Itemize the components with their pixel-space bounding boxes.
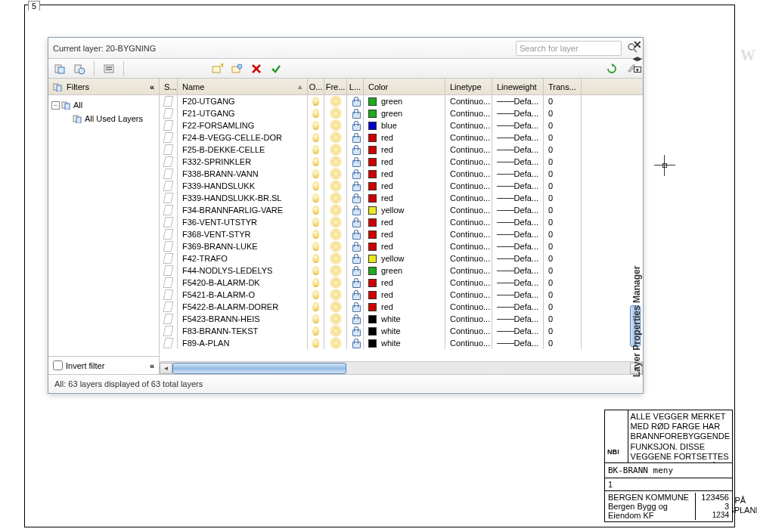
transparency-value[interactable]: 0 bbox=[544, 180, 582, 192]
linetype-value[interactable]: Continuo... bbox=[445, 168, 492, 180]
layer-lock-icon[interactable] bbox=[352, 290, 358, 299]
layer-lock-icon[interactable] bbox=[352, 206, 358, 215]
transparency-value[interactable]: 0 bbox=[544, 325, 582, 337]
layer-on-icon[interactable] bbox=[312, 181, 319, 190]
linetype-value[interactable]: Continuo... bbox=[445, 144, 492, 156]
palette-menu-icon[interactable]: ▾ bbox=[634, 66, 641, 73]
layer-row[interactable]: F332-SPRINKLERredContinuo... Defa...0 bbox=[160, 156, 643, 168]
layer-on-icon[interactable] bbox=[312, 254, 319, 263]
linetype-value[interactable]: Continuo... bbox=[445, 204, 492, 216]
collapse-chevron-icon[interactable]: « bbox=[150, 82, 154, 91]
new-group-filter-button[interactable] bbox=[71, 60, 88, 77]
layer-row[interactable]: F36-VENT-UTSTYRredContinuo... Defa...0 bbox=[160, 216, 643, 228]
new-layer-freeze-button[interactable] bbox=[228, 60, 245, 77]
col-lineweight[interactable]: Lineweight bbox=[492, 79, 544, 94]
layer-lock-icon[interactable] bbox=[352, 193, 358, 203]
lineweight-value[interactable]: Defa... bbox=[492, 131, 544, 144]
layer-on-icon[interactable] bbox=[312, 266, 319, 275]
layer-on-icon[interactable] bbox=[312, 121, 319, 130]
layer-on-icon[interactable] bbox=[312, 97, 319, 106]
linetype-value[interactable]: Continuo... bbox=[445, 264, 492, 277]
layer-row[interactable]: F22-FORSAMLINGblueContinuo... Defa...0 bbox=[160, 119, 643, 131]
color-swatch[interactable] bbox=[368, 255, 377, 263]
transparency-value[interactable]: 0 bbox=[544, 313, 582, 325]
layer-row[interactable]: F5422-B-ALARM-DORERredContinuo... Defa..… bbox=[160, 301, 643, 313]
transparency-value[interactable]: 0 bbox=[544, 216, 582, 228]
color-swatch[interactable] bbox=[368, 230, 377, 239]
layer-on-icon[interactable] bbox=[312, 109, 319, 118]
layer-freeze-icon[interactable] bbox=[331, 230, 340, 239]
transparency-value[interactable]: 0 bbox=[544, 131, 582, 144]
color-swatch[interactable] bbox=[368, 291, 377, 299]
lineweight-value[interactable]: Defa... bbox=[492, 180, 544, 192]
layer-on-icon[interactable] bbox=[312, 314, 319, 323]
layer-lock-icon[interactable] bbox=[352, 157, 358, 166]
color-swatch[interactable] bbox=[368, 194, 377, 203]
layer-states-button[interactable] bbox=[101, 60, 117, 77]
layer-lock-icon[interactable] bbox=[352, 109, 358, 118]
transparency-value[interactable]: 0 bbox=[544, 204, 582, 216]
layer-freeze-icon[interactable] bbox=[331, 121, 340, 130]
layer-row[interactable]: F339-HANDSLUKK-BR.SLredContinuo... Defa.… bbox=[160, 192, 643, 204]
lineweight-value[interactable]: Defa... bbox=[492, 156, 544, 168]
layer-on-icon[interactable] bbox=[312, 133, 319, 142]
layer-freeze-icon[interactable] bbox=[331, 290, 340, 299]
layer-row[interactable]: F24-B-VEGG-CELLE-DORredContinuo... Defa.… bbox=[160, 131, 643, 144]
lineweight-value[interactable]: Defa... bbox=[492, 325, 544, 337]
layer-freeze-icon[interactable] bbox=[331, 218, 340, 227]
set-current-button[interactable] bbox=[268, 60, 284, 77]
linetype-value[interactable]: Continuo... bbox=[445, 301, 492, 313]
layer-freeze-icon[interactable] bbox=[331, 339, 340, 348]
color-swatch[interactable] bbox=[368, 146, 377, 154]
layer-on-icon[interactable] bbox=[312, 339, 319, 348]
linetype-value[interactable]: Continuo... bbox=[445, 252, 492, 264]
color-swatch[interactable] bbox=[368, 134, 377, 142]
layer-lock-icon[interactable] bbox=[352, 314, 358, 323]
color-swatch[interactable] bbox=[368, 206, 377, 215]
lineweight-value[interactable]: Defa... bbox=[492, 204, 544, 216]
layer-lock-icon[interactable] bbox=[352, 278, 358, 287]
scroll-left-icon[interactable]: ◄ bbox=[160, 363, 172, 374]
col-status[interactable]: S... bbox=[160, 79, 178, 94]
layer-on-icon[interactable] bbox=[312, 157, 319, 166]
color-swatch[interactable] bbox=[368, 97, 377, 106]
layer-freeze-icon[interactable] bbox=[331, 133, 340, 142]
lineweight-value[interactable]: Defa... bbox=[492, 289, 544, 301]
new-property-filter-button[interactable] bbox=[51, 60, 68, 77]
layer-lock-icon[interactable] bbox=[352, 302, 358, 311]
lineweight-value[interactable]: Defa... bbox=[492, 107, 544, 119]
layer-on-icon[interactable] bbox=[312, 169, 319, 178]
layer-row[interactable]: F5420-B-ALARM-DKredContinuo... Defa...0 bbox=[160, 277, 643, 289]
layer-lock-icon[interactable] bbox=[352, 254, 358, 263]
color-swatch[interactable] bbox=[368, 170, 377, 178]
transparency-value[interactable]: 0 bbox=[544, 144, 582, 156]
col-lock[interactable]: L... bbox=[347, 79, 364, 94]
layer-freeze-icon[interactable] bbox=[331, 278, 340, 287]
layer-freeze-icon[interactable] bbox=[331, 242, 340, 251]
color-swatch[interactable] bbox=[368, 122, 377, 130]
delete-layer-button[interactable] bbox=[248, 60, 265, 77]
collapse-chevron-icon[interactable]: « bbox=[150, 361, 154, 370]
hscroll-thumb[interactable] bbox=[172, 363, 346, 374]
color-swatch[interactable] bbox=[368, 303, 377, 311]
tree-expander-icon[interactable]: − bbox=[51, 101, 60, 110]
layer-freeze-icon[interactable] bbox=[331, 302, 340, 311]
refresh-button[interactable] bbox=[603, 60, 620, 77]
transparency-value[interactable]: 0 bbox=[544, 264, 582, 277]
layer-lock-icon[interactable] bbox=[352, 339, 358, 348]
layer-freeze-icon[interactable] bbox=[331, 109, 340, 118]
transparency-value[interactable]: 0 bbox=[544, 277, 582, 289]
layer-lock-icon[interactable] bbox=[352, 326, 358, 336]
transparency-value[interactable]: 0 bbox=[544, 95, 582, 107]
layer-row[interactable]: F44-NODLYS-LEDELYSgreenContinuo... Defa.… bbox=[160, 264, 643, 277]
linetype-value[interactable]: Continuo... bbox=[445, 131, 492, 144]
lineweight-value[interactable]: Defa... bbox=[492, 240, 544, 252]
transparency-value[interactable]: 0 bbox=[544, 168, 582, 180]
transparency-value[interactable]: 0 bbox=[544, 119, 582, 131]
lineweight-value[interactable]: Defa... bbox=[492, 301, 544, 313]
layer-row[interactable]: F368-VENT-STYRredContinuo... Defa...0 bbox=[160, 228, 643, 240]
layer-freeze-icon[interactable] bbox=[331, 314, 340, 323]
lineweight-value[interactable]: Defa... bbox=[492, 264, 544, 277]
color-swatch[interactable] bbox=[368, 315, 377, 323]
col-linetype[interactable]: Linetype bbox=[445, 79, 492, 94]
